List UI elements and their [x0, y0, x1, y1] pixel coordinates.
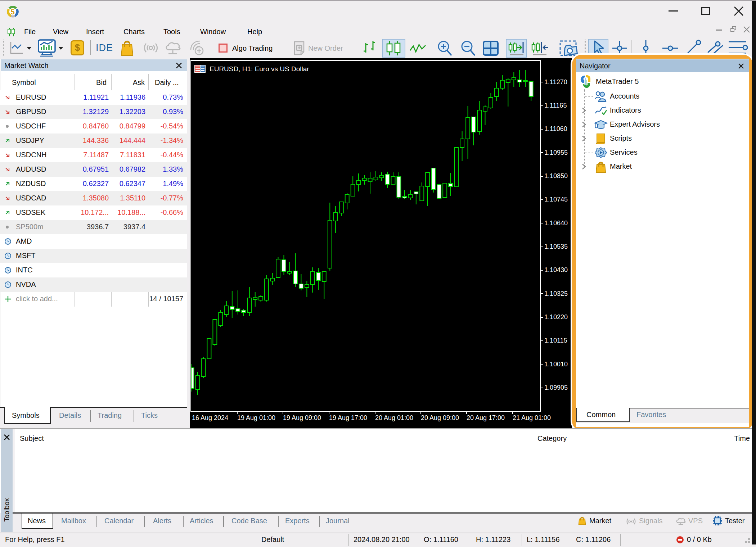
svg-text:1.10430: 1.10430: [544, 266, 568, 274]
svg-text:1.10010: 1.10010: [544, 361, 568, 368]
svg-text:EURUSD, H1: Euro vs US Dollar: EURUSD, H1: Euro vs US Dollar: [210, 65, 309, 73]
svg-text:1.10955: 1.10955: [544, 149, 568, 156]
svg-text:20 Aug 01:00: 20 Aug 01:00: [375, 414, 413, 421]
svg-text:21 Aug 01:00: 21 Aug 01:00: [513, 414, 551, 421]
svg-text:1.11060: 1.11060: [544, 125, 567, 132]
svg-text:5: 5: [11, 8, 15, 16]
svg-text:1.10220: 1.10220: [544, 313, 568, 321]
svg-text:1.10850: 1.10850: [544, 172, 568, 180]
svg-text:1.10745: 1.10745: [544, 196, 568, 203]
svg-text:1.11165: 1.11165: [544, 102, 567, 109]
svg-text:1.10325: 1.10325: [544, 290, 568, 297]
svg-text:19 Aug 01:00: 19 Aug 01:00: [237, 414, 275, 421]
svg-text:19 Aug 09:00: 19 Aug 09:00: [283, 414, 321, 421]
svg-text:1.09905: 1.09905: [544, 384, 568, 391]
svg-text:16 Aug 2024: 16 Aug 2024: [192, 414, 228, 421]
svg-text:19 Aug 17:00: 19 Aug 17:00: [329, 414, 367, 421]
svg-text:20 Aug 09:00: 20 Aug 09:00: [421, 414, 459, 421]
svg-text:1.11270: 1.11270: [544, 78, 567, 86]
svg-text:1.10640: 1.10640: [544, 220, 568, 227]
svg-text:20 Aug 17:00: 20 Aug 17:00: [467, 414, 505, 421]
svg-text:1.10535: 1.10535: [544, 243, 568, 250]
svg-text:1.10115: 1.10115: [544, 337, 567, 344]
